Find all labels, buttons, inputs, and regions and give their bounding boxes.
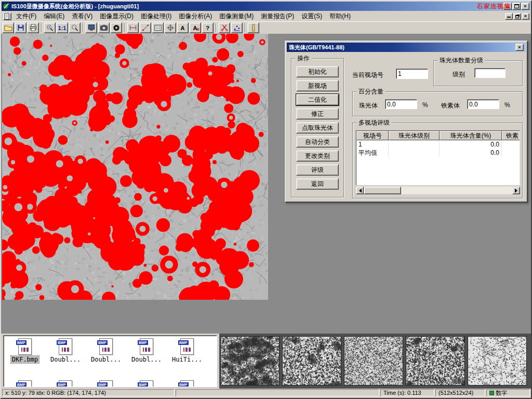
menu-image-analysis[interactable]: 图像分析(A) xyxy=(175,10,216,22)
return-button[interactable]: 返回 xyxy=(296,178,339,190)
window-maximize-button[interactable] xyxy=(512,3,521,10)
file-item[interactable]: BMP xyxy=(168,380,206,387)
new-field-button[interactable]: 新视场 xyxy=(296,80,339,91)
menu-image-display[interactable]: 图像显示(D) xyxy=(96,10,137,22)
menu-image-processing[interactable]: 图像处理(I) xyxy=(137,10,175,22)
col-pearlite-content[interactable]: 珠光体含量(%) xyxy=(440,131,502,140)
col-pearlite-grade[interactable]: 珠光体级别 xyxy=(389,131,440,140)
measure-width-button[interactable] xyxy=(127,22,139,33)
pearlite-percent-input[interactable] xyxy=(385,99,417,109)
table-horizontal-scrollbar[interactable] xyxy=(356,187,520,194)
open-button[interactable] xyxy=(2,22,14,33)
change-class-button[interactable]: 更改类别 xyxy=(296,150,339,162)
thumbnail-2[interactable] xyxy=(282,336,341,385)
col-ferrite[interactable]: 铁素 xyxy=(502,131,520,140)
file-item-double2[interactable]: BMP Doubl... xyxy=(87,338,125,363)
zoom-out-button[interactable] xyxy=(69,22,81,33)
ruler-button[interactable] xyxy=(247,22,259,33)
bmp-file-icon: BMP xyxy=(180,380,194,387)
thumbnail-4[interactable] xyxy=(406,336,465,385)
measure-distance-button[interactable] xyxy=(139,22,151,33)
mdi-minimize-button[interactable] xyxy=(505,13,513,20)
text-annotate-button[interactable]: A xyxy=(177,22,189,33)
window-title: IS100显微摄像系统(金相分析版) - [zhuguangti01] xyxy=(11,3,139,10)
camera-button[interactable] xyxy=(98,22,110,33)
file-item-dkf[interactable]: BMP DKF.bmp xyxy=(6,338,44,363)
grade-group-label: 珠光体数量分级 xyxy=(437,57,485,64)
scrollbar-thumb[interactable] xyxy=(364,187,401,194)
save-button[interactable] xyxy=(15,22,26,33)
scroll-left-arrow[interactable] xyxy=(356,187,364,194)
cut-button[interactable] xyxy=(218,22,230,33)
help-button[interactable]: ? xyxy=(202,22,214,33)
bmp-preview-dots xyxy=(143,348,151,352)
bmp-preview-dots xyxy=(21,348,29,352)
menu-file[interactable]: 文件(F) xyxy=(12,10,40,22)
thumbnail-3[interactable] xyxy=(344,336,403,385)
file-item-double3[interactable]: BMP Doubl... xyxy=(127,338,166,363)
menu-edit[interactable]: 编辑(E) xyxy=(40,10,68,22)
bmp-preview-dots xyxy=(183,348,191,352)
menu-help[interactable]: 帮助(H) xyxy=(326,10,354,22)
mdi-restore-button[interactable] xyxy=(513,13,521,20)
file-item[interactable]: BMP xyxy=(87,380,125,387)
caliper-icon xyxy=(129,24,137,32)
mdi-close-button[interactable]: × xyxy=(522,13,529,20)
file-name[interactable]: HuiTi... xyxy=(171,356,203,363)
grid-button[interactable] xyxy=(152,22,164,33)
menu-settings[interactable]: 设置(S) xyxy=(298,10,326,22)
left-triangle-icon xyxy=(357,189,362,193)
mdi-window-controls: × xyxy=(505,13,530,20)
thumbnail-1[interactable] xyxy=(220,336,280,385)
menu-view[interactable]: 查看(V) xyxy=(68,10,96,22)
strike-icon: × xyxy=(196,27,200,32)
binarize-button[interactable]: 二值化 xyxy=(296,94,339,105)
correct-button[interactable]: 修正 xyxy=(296,108,339,119)
actual-size-button[interactable]: 1:1 xyxy=(56,22,68,33)
crosshair-button[interactable] xyxy=(164,22,176,33)
col-field-number[interactable]: 视场号 xyxy=(356,131,389,140)
bmp-badge: BMP xyxy=(138,382,148,387)
file-name[interactable]: Doubl... xyxy=(90,356,122,363)
print-button[interactable] xyxy=(27,22,39,33)
scroll-right-arrow[interactable] xyxy=(512,187,520,194)
file-item[interactable]: BMP xyxy=(127,380,166,387)
scrollbar-track[interactable] xyxy=(401,187,512,194)
file-name[interactable]: DKF.bmp xyxy=(11,356,39,363)
grade-input[interactable] xyxy=(474,68,506,78)
dialog-title-bar[interactable]: 珠光体(GB/T9441-88) × xyxy=(287,43,526,52)
file-item[interactable]: BMP xyxy=(46,380,85,387)
grade-button[interactable]: 评级 xyxy=(296,164,339,176)
ferrite-percent-input[interactable] xyxy=(467,99,499,109)
dialog-close-button[interactable]: × xyxy=(515,44,524,51)
file-name[interactable]: Doubl... xyxy=(130,356,163,363)
pearlite-dialog: 珠光体(GB/T9441-88) × 操作 初始化 新视场 二值化 修正 点取珠… xyxy=(285,41,528,203)
mdi-document-icon[interactable] xyxy=(3,12,11,20)
menu-image-measure[interactable]: 图像测量(M) xyxy=(216,10,257,22)
pick-pearlite-button[interactable]: 点取珠光体 xyxy=(296,122,339,134)
thumbnail-5[interactable] xyxy=(468,336,527,385)
zoom-in-icon xyxy=(46,24,54,32)
file-item-double1[interactable]: BMP Doubl... xyxy=(46,338,85,363)
table-row[interactable]: 平均值 0.0 xyxy=(356,149,520,157)
current-field-input[interactable] xyxy=(396,69,428,79)
window-close-button[interactable]: × xyxy=(521,3,529,10)
menu-measure-report[interactable]: 测量报告(P) xyxy=(257,10,298,22)
bmp-file-icon: BMP xyxy=(99,338,113,355)
aperture-button[interactable] xyxy=(110,22,122,33)
init-button[interactable]: 初始化 xyxy=(296,66,339,77)
text-delete-button[interactable]: A× xyxy=(189,22,201,33)
metallograph-image[interactable] xyxy=(2,34,268,300)
capture-frame-button[interactable] xyxy=(85,22,97,33)
scatter-button[interactable] xyxy=(231,22,243,33)
file-item-huiti[interactable]: BMP HuiTi... xyxy=(168,338,206,363)
file-name[interactable]: Doubl... xyxy=(49,356,82,363)
table-row[interactable]: 1 0.0 xyxy=(356,140,520,149)
cell-field-number: 1 xyxy=(356,140,389,149)
bmp-file-icon: BMP xyxy=(18,338,32,355)
bmp-preview-dots xyxy=(102,348,110,352)
file-item[interactable]: BMP xyxy=(6,380,44,387)
zoom-in-button[interactable] xyxy=(44,22,56,33)
auto-classify-button[interactable]: 自动分类 xyxy=(296,136,339,148)
multi-field-group-label: 多视场评级 xyxy=(356,119,392,127)
